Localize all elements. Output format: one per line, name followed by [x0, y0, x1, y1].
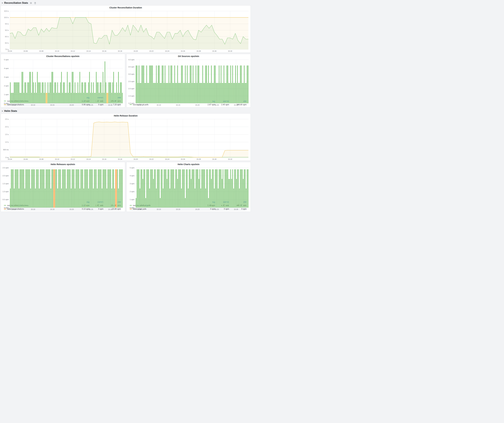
- svg-text:15:05: 15:05: [137, 208, 142, 210]
- panel-helm-charts-opm: Helm Charts ops/min 15:0515:1015:1515:20…: [126, 162, 251, 212]
- svg-text:3.0 opm: 3.0 opm: [128, 73, 134, 75]
- svg-text:0.5 opm: 0.5 opm: [2, 199, 9, 200]
- svg-text:2.5 s: 2.5 s: [5, 118, 9, 120]
- panel-title[interactable]: Helm Releases ops/min: [1, 162, 125, 166]
- svg-text:9.0 s: 9.0 s: [5, 29, 9, 31]
- svg-text:9.5 s: 9.5 s: [5, 23, 9, 25]
- svg-text:2.0 s: 2.0 s: [5, 126, 9, 128]
- svg-text:15:06: 15:06: [23, 158, 28, 160]
- svg-text:15:22: 15:22: [149, 50, 154, 52]
- svg-text:15:30: 15:30: [212, 50, 217, 52]
- svg-text:0 ns: 0 ns: [6, 157, 9, 159]
- svg-text:15:25: 15:25: [215, 208, 219, 210]
- svg-text:15:28: 15:28: [197, 158, 201, 160]
- svg-text:2.5 opm: 2.5 opm: [2, 167, 9, 169]
- panel-title[interactable]: Cluster Reconciliation Duration: [1, 6, 251, 10]
- svg-text:500 ms: 500 ms: [3, 149, 9, 151]
- svg-text:15:32: 15:32: [228, 158, 232, 160]
- svg-text:15:10: 15:10: [31, 208, 35, 210]
- svg-text:15:18: 15:18: [118, 50, 122, 52]
- row-settings-button[interactable]: [30, 2, 32, 4]
- svg-text:15:10: 15:10: [156, 104, 161, 106]
- svg-text:1.0 s: 1.0 s: [5, 141, 9, 143]
- svg-text:3.5 opm: 3.5 opm: [128, 66, 134, 68]
- panel-helm-release-duration: Helm Release Duration 15:0415:0615:0815:…: [1, 113, 251, 161]
- svg-text:15:20: 15:20: [70, 208, 74, 210]
- gear-icon: [30, 2, 32, 4]
- helm-charts-opm-chart[interactable]: 15:0515:1015:1515:2015:2515:305 opm4 opm…: [126, 166, 251, 200]
- svg-text:0 opm: 0 opm: [130, 207, 134, 209]
- svg-text:2.5 opm: 2.5 opm: [128, 81, 134, 82]
- row-title-text: Helm Stats: [4, 110, 17, 112]
- svg-text:15:14: 15:14: [86, 50, 91, 52]
- svg-text:10.5 s: 10.5 s: [4, 10, 9, 12]
- svg-text:15:20: 15:20: [133, 158, 138, 160]
- panel-cluster-reconciliations-opm: Cluster Reconciliations ops/min 15:0515:…: [1, 54, 125, 107]
- row-title-text: Reconciliation Stats: [4, 1, 28, 4]
- svg-text:15:15: 15:15: [176, 104, 180, 106]
- svg-text:2 opm: 2 opm: [130, 191, 134, 193]
- svg-text:15:20: 15:20: [195, 208, 199, 210]
- svg-text:15:30: 15:30: [212, 158, 217, 160]
- svg-text:0 opm: 0 opm: [4, 207, 9, 209]
- row-toggle-reconciliation-stats[interactable]: Reconciliation Stats: [1, 1, 28, 4]
- svg-text:15:30: 15:30: [234, 104, 238, 106]
- svg-text:1.5 opm: 1.5 opm: [2, 183, 9, 185]
- svg-text:15:15: 15:15: [176, 208, 180, 210]
- svg-text:8.0 s: 8.0 s: [5, 42, 9, 44]
- svg-text:15:12: 15:12: [71, 50, 75, 52]
- row-delete-button[interactable]: [34, 2, 36, 4]
- svg-text:15:24: 15:24: [165, 50, 169, 52]
- panel-title[interactable]: Git Sources ops/min: [126, 54, 251, 59]
- svg-text:15:04: 15:04: [8, 158, 12, 160]
- svg-text:15:14: 15:14: [86, 158, 91, 160]
- svg-text:1 opm: 1 opm: [130, 199, 134, 200]
- svg-text:15:06: 15:06: [23, 50, 28, 52]
- chevron-down-icon: [1, 110, 3, 112]
- svg-text:3 opm: 3 opm: [4, 76, 9, 78]
- svg-text:15:10: 15:10: [55, 158, 59, 160]
- cluster-reconciliation-duration-chart[interactable]: 15:0415:0615:0815:1015:1215:1415:1615:18…: [1, 10, 251, 53]
- panel-helm-releases-opm: Helm Releases ops/min 15:0515:1015:1515:…: [1, 162, 125, 212]
- panel-title[interactable]: Helm Charts ops/min: [126, 162, 251, 166]
- svg-text:15:12: 15:12: [71, 158, 75, 160]
- svg-text:15:15: 15:15: [50, 208, 54, 210]
- svg-text:15:30: 15:30: [108, 104, 113, 106]
- helm-releases-opm-chart[interactable]: 15:0515:1015:1515:2015:2515:302.5 opm2.0…: [1, 166, 125, 200]
- svg-text:15:28: 15:28: [197, 50, 201, 52]
- git-sources-opm-chart[interactable]: 15:0515:1015:1515:2015:2515:304.0 opm3.5…: [126, 59, 251, 100]
- svg-text:1.5 s: 1.5 s: [5, 134, 9, 135]
- cluster-reconciliations-opm-chart[interactable]: 15:0515:1015:1515:2015:2515:305 opm4 opm…: [1, 59, 125, 96]
- dashboard: Reconciliation Stats: [0, 0, 251, 213]
- svg-text:15:25: 15:25: [215, 104, 219, 106]
- svg-text:15:05: 15:05: [12, 208, 16, 210]
- svg-text:0 opm: 0 opm: [4, 102, 9, 104]
- svg-text:15:16: 15:16: [102, 158, 107, 160]
- svg-text:2.0 opm: 2.0 opm: [2, 175, 9, 177]
- helm-release-duration-chart[interactable]: 15:0415:0615:0815:1015:1215:1415:1615:18…: [1, 118, 251, 161]
- panel-git-sources-opm: Git Sources ops/min 15:0515:1015:1515:20…: [126, 54, 251, 107]
- svg-text:15:22: 15:22: [149, 158, 154, 160]
- svg-text:1.0 opm: 1.0 opm: [128, 102, 134, 104]
- svg-text:15:25: 15:25: [89, 104, 93, 106]
- svg-text:5 opm: 5 opm: [4, 59, 9, 61]
- panel-title[interactable]: Helm Release Duration: [1, 113, 251, 118]
- svg-text:15:20: 15:20: [133, 50, 138, 52]
- svg-text:15:26: 15:26: [181, 50, 185, 52]
- svg-text:15:10: 15:10: [31, 104, 35, 106]
- row-toggle-helm-stats[interactable]: Helm Stats: [1, 110, 17, 112]
- svg-text:7.5 s: 7.5 s: [5, 48, 9, 50]
- chevron-down-icon: [1, 2, 3, 4]
- trash-icon: [34, 2, 36, 4]
- svg-text:1.5 opm: 1.5 opm: [128, 95, 134, 97]
- svg-text:15:10: 15:10: [156, 208, 161, 210]
- svg-text:15:32: 15:32: [228, 50, 232, 52]
- svg-text:15:16: 15:16: [102, 50, 107, 52]
- row-header-helm-stats: Helm Stats: [1, 109, 251, 113]
- svg-text:10.0 s: 10.0 s: [4, 17, 9, 18]
- svg-text:15:30: 15:30: [234, 208, 238, 210]
- svg-text:4.0 opm: 4.0 opm: [128, 59, 134, 61]
- panel-title[interactable]: Cluster Reconciliations ops/min: [1, 54, 125, 59]
- svg-text:4 opm: 4 opm: [4, 67, 9, 69]
- svg-text:2.0 opm: 2.0 opm: [128, 88, 134, 89]
